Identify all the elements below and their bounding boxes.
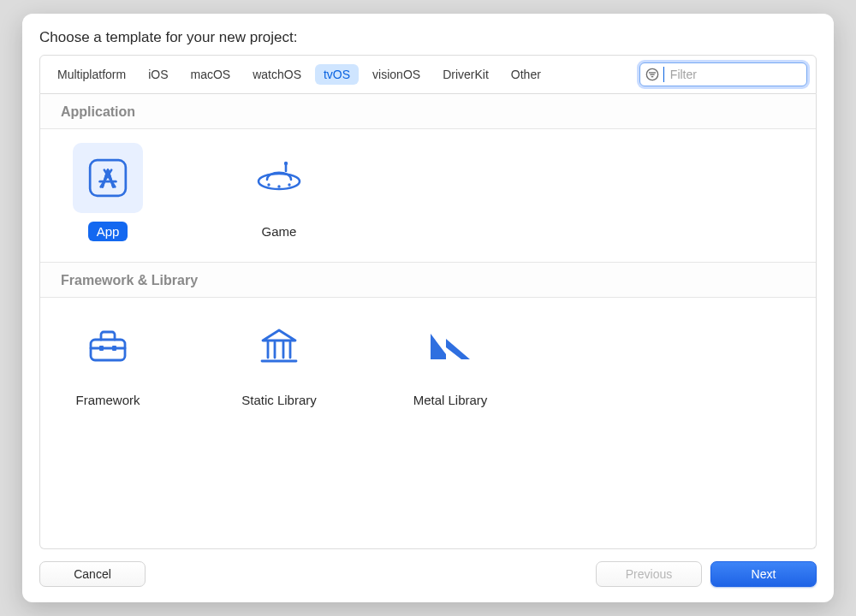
svg-rect-4	[90, 160, 126, 196]
tab-watchos[interactable]: watchOS	[244, 64, 310, 85]
template-label: Game	[253, 222, 306, 241]
template-list: Application App	[39, 94, 817, 549]
text-caret	[663, 67, 664, 82]
svg-point-7	[267, 183, 270, 186]
svg-point-11	[284, 162, 288, 165]
svg-point-8	[277, 185, 280, 187]
platform-tabbar: Multiplatform iOS macOS watchOS tvOS vis…	[39, 55, 817, 94]
template-framework[interactable]: Framework	[61, 311, 155, 528]
template-label: Static Library	[233, 390, 325, 410]
filter-icon	[645, 68, 659, 81]
tab-tvos[interactable]: tvOS	[315, 64, 359, 85]
tab-macos[interactable]: macOS	[181, 64, 239, 85]
app-icon	[73, 143, 143, 213]
sheet-title: Choose a template for your new project:	[22, 14, 834, 55]
sheet-footer: Cancel Previous Next	[22, 549, 834, 602]
tab-multiplatform[interactable]: Multiplatform	[49, 64, 134, 85]
platform-tabs: Multiplatform iOS macOS watchOS tvOS vis…	[49, 64, 639, 85]
tab-ios[interactable]: iOS	[140, 64, 176, 85]
filter-input[interactable]	[669, 67, 801, 82]
template-metal-library[interactable]: Metal Library	[403, 311, 497, 528]
previous-button[interactable]: Previous	[596, 561, 702, 587]
next-button[interactable]: Next	[710, 561, 817, 587]
library-icon	[244, 311, 314, 382]
tab-visionos[interactable]: visionOS	[364, 64, 429, 85]
tab-driverkit[interactable]: DriverKit	[434, 64, 497, 85]
template-label: Framework	[67, 390, 148, 410]
ufo-icon	[244, 143, 314, 213]
svg-rect-15	[112, 346, 116, 351]
cancel-button[interactable]: Cancel	[39, 561, 146, 587]
metal-icon	[415, 311, 485, 382]
section-application: App Game	[40, 129, 816, 263]
svg-rect-14	[99, 346, 104, 351]
template-label: Metal Library	[405, 390, 496, 410]
toolbox-icon	[73, 311, 143, 382]
template-app[interactable]: App	[61, 143, 155, 241]
template-static-library[interactable]: Static Library	[232, 311, 326, 528]
section-header-application: Application	[40, 94, 816, 129]
svg-point-9	[288, 183, 290, 186]
template-label: App	[88, 222, 128, 241]
section-framework-library: Framework Static Library	[40, 298, 816, 548]
template-game[interactable]: Game	[232, 143, 326, 241]
svg-rect-12	[91, 340, 125, 360]
filter-field[interactable]	[639, 62, 807, 86]
tab-other[interactable]: Other	[502, 64, 550, 85]
section-header-framework-library: Framework & Library	[40, 263, 816, 298]
new-project-sheet: Choose a template for your new project: …	[22, 14, 834, 602]
